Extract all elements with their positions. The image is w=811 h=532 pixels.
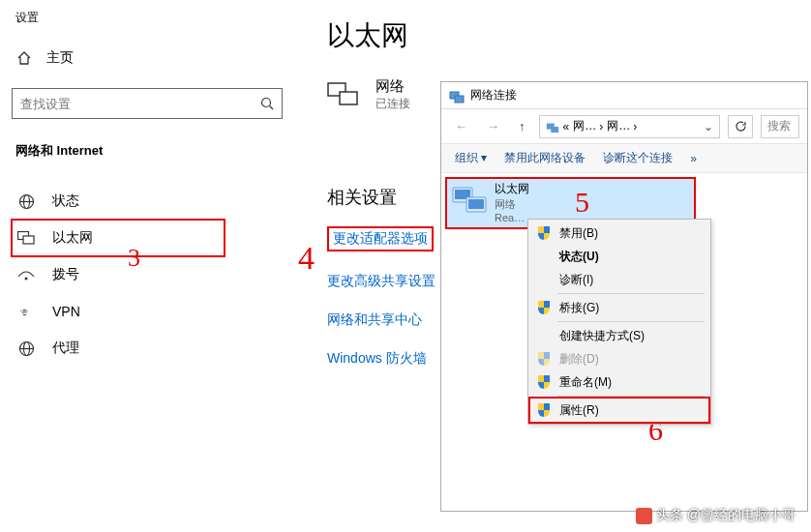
shield-icon [536, 300, 552, 315]
ctx-shortcut[interactable]: 创建快捷方式(S) [530, 324, 708, 347]
refresh-button[interactable] [728, 115, 753, 138]
ctx-bridge[interactable]: 桥接(G) [530, 296, 708, 319]
ctx-rename[interactable]: 重命名(M) [530, 370, 708, 394]
dialup-icon [17, 266, 35, 283]
vpn-icon: ᯤ [17, 303, 35, 320]
nav-dialup[interactable]: 拨号 [12, 256, 288, 293]
ctx-properties[interactable]: 属性(R) [530, 399, 708, 422]
nav-status[interactable]: 状态 [12, 183, 288, 220]
adapter-network: 网络 [495, 197, 529, 211]
ethernet-icon [17, 229, 35, 247]
nav-proxy[interactable]: 代理 [12, 330, 288, 367]
ctx-diagnose[interactable]: 诊断(I) [530, 268, 708, 291]
home-button[interactable]: 主页 [12, 44, 288, 73]
nav-label: 代理 [52, 340, 79, 357]
separator [557, 293, 705, 294]
window-title: 网络连接 [470, 87, 517, 103]
search-icon [260, 97, 274, 110]
search-box[interactable]: 搜索 [761, 115, 799, 138]
home-icon [15, 49, 33, 67]
nav-ethernet[interactable]: 以太网 [12, 220, 225, 256]
back-button[interactable]: ← [449, 117, 473, 135]
svg-point-0 [262, 99, 271, 107]
annotation-4: 4 [298, 240, 315, 277]
shield-icon [536, 402, 552, 418]
context-menu: 禁用(B) 状态(U) 诊断(I) 桥接(G) 创建快捷方式(S) 删除(D) … [527, 219, 711, 425]
svg-line-1 [270, 106, 274, 110]
nav-vpn[interactable]: ᯤ VPN [12, 293, 288, 330]
ctx-status[interactable]: 状态(U) [530, 245, 708, 268]
nav-label: 状态 [52, 192, 79, 210]
nav-label: VPN [52, 304, 80, 319]
separator [557, 396, 705, 397]
disable-device-button[interactable]: 禁用此网络设备 [504, 150, 586, 166]
watermark: 头条 @曾经的电脑小哥 [636, 507, 796, 524]
up-button[interactable]: ↑ [513, 117, 531, 135]
adapter-name: 以太网 [495, 182, 529, 197]
nav-bar: ← → ↑ « 网…› 网…› ⌄ 搜索 [441, 109, 807, 144]
toolbar-overflow[interactable]: » [690, 152, 697, 165]
section-heading: 网络和 Internet [12, 138, 288, 163]
svg-rect-6 [23, 236, 34, 244]
forward-button[interactable]: → [481, 117, 505, 135]
ctx-delete: 删除(D) [530, 347, 708, 370]
search-input-wrap[interactable] [12, 88, 283, 119]
nav-label: 拨号 [52, 266, 79, 283]
shield-icon [536, 225, 552, 241]
svg-rect-12 [340, 92, 357, 104]
breadcrumb[interactable]: « 网…› 网…› ⌄ [539, 115, 721, 138]
svg-point-7 [25, 278, 28, 281]
svg-rect-20 [468, 199, 484, 209]
shield-icon [536, 351, 552, 367]
network-status: 已连接 [375, 96, 410, 112]
shield-icon [536, 374, 552, 390]
toolbar: 组织 ▾ 禁用此网络设备 诊断这个连接 » [441, 144, 807, 173]
svg-rect-14 [455, 96, 464, 103]
diagnose-button[interactable]: 诊断这个连接 [603, 150, 673, 166]
separator [557, 321, 705, 322]
proxy-icon [17, 340, 35, 357]
toutiao-logo-icon [636, 508, 652, 524]
window-titlebar[interactable]: 网络连接 [441, 82, 807, 109]
settings-title: 设置 [12, 8, 288, 44]
svg-rect-16 [551, 127, 558, 133]
network-name: 网络 [375, 77, 410, 96]
network-icon [327, 82, 360, 107]
search-input[interactable] [20, 97, 260, 111]
ctx-disable[interactable]: 禁用(B) [530, 222, 708, 245]
nav-label: 以太网 [52, 229, 93, 247]
home-label: 主页 [46, 49, 74, 67]
status-icon [17, 192, 35, 210]
adapter-icon [450, 182, 489, 219]
settings-sidebar: 设置 主页 网络和 Internet 状态 以太网 拨号 ᯤ VPN [0, 0, 300, 532]
page-title: 以太网 [327, 17, 501, 54]
organize-menu[interactable]: 组织 ▾ [455, 150, 487, 166]
window-icon [449, 88, 465, 103]
adapter-driver: Rea… [495, 211, 529, 224]
